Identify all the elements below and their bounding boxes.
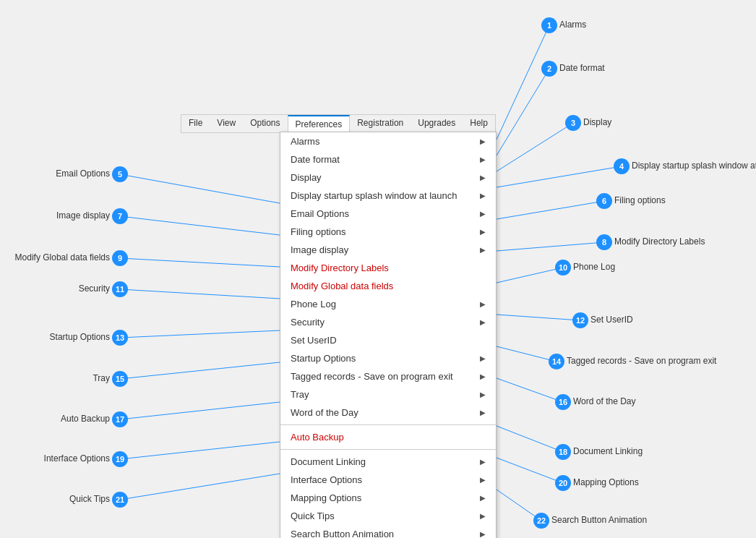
menu-item-alarms[interactable]: Alarms▶ [280, 132, 496, 150]
connection-line-4 [497, 166, 622, 187]
menubar-item-view[interactable]: View [210, 115, 243, 132]
badge-label-6: Filing options [614, 195, 666, 205]
submenu-arrow-icon: ▶ [480, 390, 486, 398]
connection-line-20 [497, 458, 563, 483]
badge-15: 15 [112, 371, 128, 387]
menu-item-label: Word of the Day [291, 407, 358, 418]
menubar: FileViewOptionsPreferencesRegistrationUp… [181, 114, 496, 133]
menubar-item-upgrades[interactable]: Upgrades [411, 115, 463, 132]
connection-line-12 [497, 315, 580, 320]
menu-item-quick-tips[interactable]: Quick Tips▶ [280, 507, 496, 525]
connection-line-7 [120, 216, 280, 235]
menu-item-label: Image display [291, 244, 348, 255]
badge-1: 1 [541, 17, 557, 33]
menubar-item-file[interactable]: File [181, 115, 210, 132]
menubar-item-preferences[interactable]: Preferences [288, 115, 351, 132]
menu-item-label: Search Button Animation [291, 529, 394, 538]
menu-item-date-format[interactable]: Date format▶ [280, 150, 496, 168]
submenu-arrow-icon: ▶ [480, 174, 486, 182]
menu-item-label: Auto Backup [291, 432, 344, 443]
menu-item-tagged-records---save-on-program-exit[interactable]: Tagged records - Save on program exit▶ [280, 367, 496, 385]
badge-label-16: Word of the Day [573, 396, 635, 406]
preferences-dropdown[interactable]: Alarms▶Date format▶Display▶Display start… [280, 132, 497, 538]
badge-17: 17 [112, 411, 128, 427]
connection-line-19 [120, 442, 280, 459]
menu-item-email-options[interactable]: Email Options▶ [280, 205, 496, 223]
menu-item-document-linking[interactable]: Document Linking▶ [280, 453, 496, 471]
submenu-arrow-icon: ▶ [480, 409, 486, 417]
connection-line-18 [497, 426, 563, 452]
badge-14: 14 [549, 354, 564, 370]
connection-line-21 [120, 474, 280, 500]
menu-item-label: Display startup splash window at launch [291, 190, 458, 201]
badge-label-15: Tray [93, 373, 110, 383]
menu-item-startup-options[interactable]: Startup Options▶ [280, 349, 496, 367]
menubar-item-help[interactable]: Help [463, 115, 495, 132]
menu-item-label: Filing options [291, 226, 346, 237]
badge-9: 9 [112, 250, 128, 266]
badge-7: 7 [112, 208, 128, 224]
menu-item-display-startup-splash-window-at-launch[interactable]: Display startup splash window at launch▶ [280, 187, 496, 205]
connection-line-10 [497, 268, 563, 283]
badge-11: 11 [112, 281, 128, 297]
badge-21: 21 [112, 492, 128, 508]
menu-item-tray[interactable]: Tray▶ [280, 385, 496, 404]
badge-3: 3 [565, 115, 581, 131]
menu-item-set-userid[interactable]: Set UserID [280, 331, 496, 349]
menu-item-security[interactable]: Security▶ [280, 313, 496, 331]
badge-20: 20 [555, 475, 571, 491]
badge-10: 10 [555, 260, 571, 276]
submenu-arrow-icon: ▶ [480, 228, 486, 236]
badge-label-12: Set UserID [590, 315, 633, 325]
connection-line-1 [497, 25, 549, 140]
menu-item-label: Email Options [291, 208, 349, 219]
submenu-arrow-icon: ▶ [480, 476, 486, 484]
connection-line-13 [120, 330, 280, 338]
connection-line-8 [497, 242, 604, 251]
menu-item-modify-global-data-fields[interactable]: Modify Global data fields [280, 277, 496, 295]
menu-item-interface-options[interactable]: Interface Options▶ [280, 471, 496, 489]
submenu-arrow-icon: ▶ [480, 372, 486, 380]
menu-item-modify-directory-labels[interactable]: Modify Directory Labels [280, 259, 496, 277]
badge-label-21: Quick Tips [69, 494, 110, 504]
connection-line-6 [497, 201, 604, 219]
menu-separator-2 [280, 449, 496, 450]
badge-12: 12 [572, 312, 588, 328]
menu-item-label: Modify Directory Labels [291, 262, 389, 273]
menu-item-filing-options[interactable]: Filing options▶ [280, 223, 496, 241]
connection-line-5 [120, 174, 280, 203]
badge-8: 8 [596, 234, 612, 250]
badge-label-20: Mapping Options [573, 477, 639, 487]
menu-separator-1 [280, 424, 496, 425]
menu-item-label: Date format [291, 154, 340, 165]
badge-label-14: Tagged records - Save on program exit [567, 356, 716, 366]
badge-label-2: Date format [559, 63, 605, 73]
connection-line-15 [120, 362, 280, 379]
menu-item-auto-backup[interactable]: Auto Backup [280, 428, 496, 446]
submenu-arrow-icon: ▶ [480, 210, 486, 218]
submenu-arrow-icon: ▶ [480, 530, 486, 538]
menu-item-label: Mapping Options [291, 492, 361, 503]
connection-line-16 [497, 378, 563, 402]
menu-item-display[interactable]: Display▶ [280, 168, 496, 187]
badge-label-19: Interface Options [44, 453, 110, 464]
badge-label-10: Phone Log [573, 262, 615, 272]
menubar-item-registration[interactable]: Registration [350, 115, 411, 132]
badge-13: 13 [112, 330, 128, 346]
badge-label-17: Auto Backup [61, 414, 110, 424]
menu-item-label: Alarms [291, 136, 319, 147]
connection-line-17 [120, 402, 280, 419]
badge-label-7: Image display [56, 210, 110, 221]
badge-label-4: Display startup splash window at launch [632, 161, 756, 171]
menu-item-search-button-animation[interactable]: Search Button Animation▶ [280, 525, 496, 538]
menu-item-image-display[interactable]: Image display▶ [280, 241, 496, 259]
menu-item-phone-log[interactable]: Phone Log▶ [280, 295, 496, 313]
menubar-item-options[interactable]: Options [243, 115, 287, 132]
badge-label-5: Email Options [56, 168, 110, 179]
badge-label-13: Startup Options [50, 332, 110, 342]
menu-item-mapping-options[interactable]: Mapping Options▶ [280, 489, 496, 507]
menu-item-label: Modify Global data fields [291, 281, 393, 291]
menu-item-word-of-the-day[interactable]: Word of the Day▶ [280, 404, 496, 422]
menu-item-label: Tagged records - Save on program exit [291, 371, 453, 382]
submenu-arrow-icon: ▶ [480, 318, 486, 326]
